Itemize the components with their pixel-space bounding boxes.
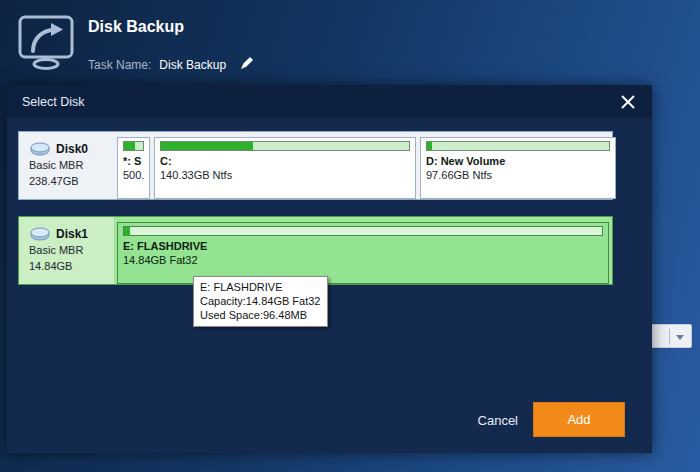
disk0-info: Disk0 Basic MBR 238.47GB xyxy=(19,132,114,199)
partition-info: 97.66GB Ntfs xyxy=(426,169,610,181)
partition-cell-d[interactable]: D: New Volume 97.66GB Ntfs xyxy=(420,137,616,199)
disk-name: Disk1 xyxy=(56,227,88,241)
usage-bar xyxy=(123,141,144,151)
disk-capacity: 238.47GB xyxy=(29,175,114,188)
close-button[interactable] xyxy=(620,94,636,110)
cancel-button[interactable]: Cancel xyxy=(478,413,518,428)
modal-titlebar: Select Disk xyxy=(7,85,652,118)
disk-row-disk0[interactable]: Disk0 Basic MBR 238.47GB *: S 500. C: 14… xyxy=(18,131,613,200)
partition-cell-e[interactable]: E: FLASHDRIVE 14.84GB Fat32 xyxy=(117,222,609,284)
disk-type: Basic MBR xyxy=(29,244,114,257)
tooltip-line: E: FLASHDRIVE xyxy=(200,280,320,294)
disk1-info: Disk1 Basic MBR 14.84GB xyxy=(19,217,114,284)
disk-backup-monitor-arrow-icon xyxy=(16,13,76,75)
add-button[interactable]: Add xyxy=(533,402,625,437)
disk-icon xyxy=(29,226,51,241)
partition-tooltip: E: FLASHDRIVE Capacity:14.84GB Fat32 Use… xyxy=(193,276,328,327)
disk-name: Disk0 xyxy=(56,142,88,156)
partition-info: 500. xyxy=(123,169,144,181)
tooltip-line: Used Space:96.48MB xyxy=(200,308,320,322)
select-disk-modal: Select Disk Disk0 Basic MBR 238.47GB *: … xyxy=(7,85,652,453)
partition-info: 14.84GB Fat32 xyxy=(123,254,603,266)
task-name-row: Task Name: Disk Backup xyxy=(88,56,254,73)
usage-bar xyxy=(426,141,610,151)
split-button-divider xyxy=(669,329,670,345)
close-icon xyxy=(620,94,636,110)
partition-label: D: New Volume xyxy=(426,155,610,167)
modal-title: Select Disk xyxy=(22,95,85,109)
disk-type: Basic MBR xyxy=(29,159,114,172)
disk-icon xyxy=(29,141,51,156)
disk-row-disk1-selected[interactable]: Disk1 Basic MBR 14.84GB E: FLASHDRIVE 14… xyxy=(18,216,613,285)
task-name-value: Disk Backup xyxy=(159,58,226,72)
edit-pencil-icon[interactable] xyxy=(240,56,254,73)
partition-label: E: FLASHDRIVE xyxy=(123,240,603,252)
partition-label: *: S xyxy=(123,155,144,167)
partition-label: C: xyxy=(160,155,410,167)
partition-cell-c[interactable]: C: 140.33GB Ntfs xyxy=(154,137,416,199)
usage-bar xyxy=(160,141,410,151)
tooltip-line: Capacity:14.84GB Fat32 xyxy=(200,294,320,308)
task-name-label: Task Name: xyxy=(88,58,151,72)
disk-capacity: 14.84GB xyxy=(29,260,114,273)
page-title: Disk Backup xyxy=(88,18,184,36)
partition-cell-system[interactable]: *: S 500. xyxy=(117,137,150,199)
chevron-down-icon xyxy=(676,335,684,340)
usage-bar xyxy=(123,226,603,236)
partition-info: 140.33GB Ntfs xyxy=(160,169,410,181)
